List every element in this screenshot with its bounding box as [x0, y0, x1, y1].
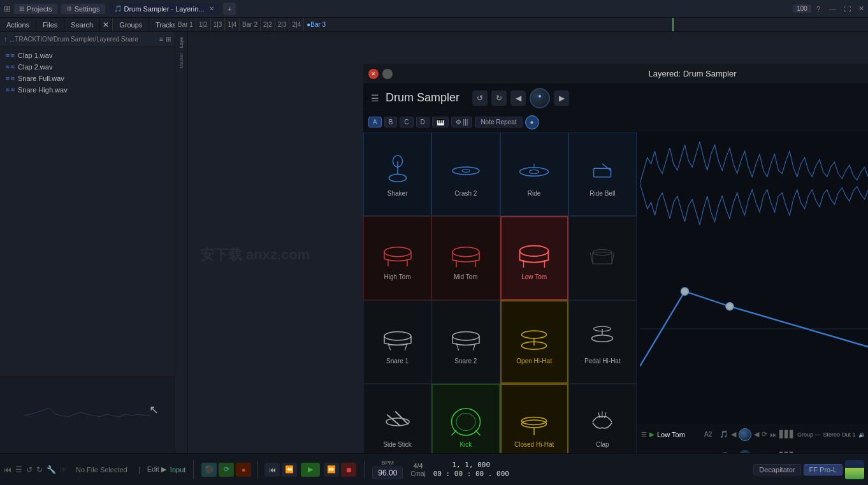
wave-icon: ≋≋ [5, 75, 15, 82]
pad-a-button[interactable]: A [368, 117, 382, 127]
plugin-close-button[interactable]: ✕ [368, 69, 379, 79]
pad-ride[interactable]: Ride [500, 133, 568, 216]
plugin-minimize-button[interactable] [382, 69, 393, 79]
cs-play-button[interactable]: ▶ [649, 431, 655, 438]
add-tab-button[interactable]: + [223, 3, 236, 15]
time-sig-value[interactable]: 4/4 [413, 462, 423, 470]
bt-loop-button[interactable]: ⟳ [219, 463, 234, 477]
pad-low-tom[interactable]: Low Tom [500, 216, 568, 300]
breadcrumb-menu-icon[interactable]: ≡ [159, 36, 163, 43]
cursor-icon: ↖ [149, 403, 162, 416]
adsr-envelope: ADSR [637, 235, 868, 423]
file-item-clap1[interactable]: ≋≋ Clap 1.wav [0, 50, 175, 61]
bt-list-icon[interactable]: ☰ [15, 465, 22, 474]
bt-prev-icon[interactable]: ⏮ [4, 465, 11, 474]
tab-projects[interactable]: ⊞ Projects [14, 4, 57, 14]
bpm-value[interactable]: 96.00 [372, 467, 403, 479]
decapitator-plugin[interactable]: Decapitator [753, 464, 800, 475]
ds-forward-button[interactable]: ↻ [491, 90, 507, 106]
pad-c-button[interactable]: C [400, 117, 413, 127]
window-controls: 100 ? — ⛶ ✕ [793, 4, 864, 13]
file-item-snare-full[interactable]: ≋≋ Snare Full.wav [0, 73, 175, 84]
bt-arm-button[interactable]: ⚫ [201, 463, 217, 477]
svg-point-4 [462, 170, 470, 173]
cs-skip-icon[interactable]: ⏭ [770, 431, 777, 438]
svg-point-13 [452, 247, 479, 257]
bt-forward[interactable]: ⏩ [324, 463, 339, 477]
cs-menu-icon[interactable]: ☰ [641, 431, 647, 438]
file-item-clap2[interactable]: ≋≋ Clap 2.wav [0, 61, 175, 73]
groups-menu[interactable]: Groups [113, 18, 149, 31]
svg-point-40 [456, 413, 475, 430]
cs-midi-icon[interactable]: 🎵 [720, 430, 728, 438]
main-area: ↑ ...TRACKTION/Drum Sampler/Layered Snar… [0, 32, 868, 453]
projects-icon: ⊞ [19, 5, 24, 12]
timeline-2-2: 2|2 [261, 21, 275, 28]
time-sig-section: 4/4 Cmaj [410, 462, 425, 477]
settings-ctrl-button[interactable]: ⚙ ||| [451, 117, 473, 127]
ds-prev-button[interactable]: ◀ [510, 90, 526, 106]
bt-play-button[interactable]: ▶ [301, 463, 320, 477]
breadcrumb-up-icon[interactable]: ↑ [4, 36, 7, 43]
pad-empty[interactable] [568, 216, 637, 300]
ds-rewind-button[interactable]: ↺ [472, 90, 488, 106]
pad-b-button[interactable]: B [384, 117, 398, 127]
pad-open-hihat[interactable]: Open Hi-Hat [500, 300, 568, 384]
record-mode-button[interactable]: ● [525, 115, 539, 129]
pad-snare2[interactable]: Snare 2 [431, 300, 500, 384]
pad-high-tom[interactable]: High Tom [363, 216, 431, 300]
ds-master-knob[interactable] [530, 88, 550, 108]
bt-rewind[interactable]: ⏪ [282, 463, 297, 477]
search-menu[interactable]: Search [64, 18, 100, 31]
cs-vol-down-icon[interactable]: 🔉 [858, 431, 865, 438]
pad-crash2[interactable]: Crash 2 [431, 133, 500, 216]
cs-mute-icon[interactable]: ◀ [754, 430, 759, 438]
svg-point-51 [726, 303, 734, 310]
minimize-button[interactable]: — [829, 5, 836, 13]
pad-high-tom-label: High Tom [384, 273, 411, 280]
timeline-bar2: Bar 2 [240, 21, 260, 28]
ds-next-button[interactable]: ▶ [554, 90, 569, 106]
files-menu[interactable]: Files [36, 18, 64, 31]
svg-rect-8 [594, 168, 611, 177]
bt-undo-icon[interactable]: ↺ [26, 465, 33, 474]
close-panel-button[interactable]: ✕ [100, 18, 112, 31]
pad-ride-bell[interactable]: Ride Bell [568, 133, 637, 216]
bpm-section: BPM 96.00 [372, 460, 403, 479]
maximize-button[interactable]: ⛶ [844, 5, 851, 13]
tab-close-button[interactable]: ✕ [209, 5, 214, 12]
ds-menu-icon[interactable]: ☰ [371, 93, 379, 103]
pad-crash2-label: Crash 2 [454, 190, 477, 197]
pad-snare1[interactable]: Snare 1 [363, 300, 431, 384]
bt-record-button[interactable]: ● [236, 463, 251, 477]
pad-d-button[interactable]: D [416, 117, 430, 127]
pad-shaker[interactable]: Shaker [363, 133, 431, 216]
close-window-button[interactable]: ✕ [858, 4, 864, 13]
midi-button[interactable]: 🎹 [432, 117, 449, 127]
input-label[interactable]: Input [170, 466, 185, 474]
tab-settings[interactable]: ⚙ Settings [61, 4, 105, 14]
cs-pan-knob[interactable] [739, 428, 751, 441]
ff-pro-l-plugin[interactable]: FF Pro-L [804, 464, 843, 475]
svg-point-23 [384, 331, 411, 340]
bt-plugin-icon[interactable]: ☞ [60, 465, 67, 474]
note-repeat-button[interactable]: Note Repeat [475, 117, 522, 127]
file-item-snare-high[interactable]: ≋≋ Snare High.wav [0, 84, 175, 96]
help-button[interactable]: ? [816, 5, 820, 13]
pad-clap-label: Clap [596, 441, 609, 448]
pad-mid-tom[interactable]: Mid Tom [431, 216, 500, 300]
rewind-controls: ⏮ ⏪ [264, 463, 297, 477]
actions-menu[interactable]: Actions [0, 18, 36, 31]
drum-sampler-header: ☰ Drum Sampler ↺ ↻ ◀ ▶ 🎵 tracktion [363, 84, 868, 112]
cs-loop-icon[interactable]: ⟳ [762, 430, 767, 438]
bt-redo-icon[interactable]: ↻ [36, 465, 43, 474]
breadcrumb-expand-icon[interactable]: ⊞ [166, 36, 171, 43]
bt-stop[interactable]: ⏹ [341, 463, 356, 477]
svg-point-6 [530, 170, 539, 174]
pad-pedal-hihat[interactable]: Pedal Hi-Hat [568, 300, 637, 384]
pad-closed-hihat-label: Closed Hi-Hat [514, 441, 554, 448]
bt-rewind-start[interactable]: ⏮ [264, 463, 280, 477]
tab-drum-sampler[interactable]: 🎵 Drum Sampler - Layerin... ✕ [109, 4, 220, 14]
bt-tools-icon[interactable]: 🔧 [47, 465, 56, 474]
svg-line-42 [475, 430, 481, 435]
